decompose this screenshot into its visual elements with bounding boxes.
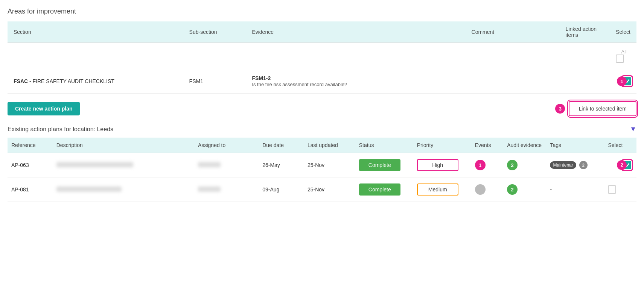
select-cell: 1	[610, 69, 636, 94]
filter-icon[interactable]: ▼	[630, 125, 636, 133]
col-header-comment: Comment	[466, 21, 560, 43]
desc-ap081: blurred description text here	[53, 177, 194, 202]
tag-dash-ap081: -	[550, 186, 552, 193]
link-to-selected-item-button[interactable]: Link to selected item	[569, 101, 636, 116]
status-ap081: Complete	[355, 177, 413, 202]
events-circle-ap081	[475, 184, 486, 195]
create-new-action-plan-button[interactable]: Create new action plan	[8, 102, 80, 115]
col-header-section: Section	[8, 21, 183, 43]
col-header-evidence: Evidence	[246, 21, 465, 43]
tags-ap081: -	[546, 177, 604, 202]
events-ap081	[471, 177, 504, 202]
events-ap063: 1	[471, 153, 504, 177]
plans-table-row-2: AP-081 blurred description text here blu…	[8, 177, 636, 202]
checkbox-ap081[interactable]	[608, 185, 616, 194]
row-badge-1: 1	[617, 76, 627, 86]
audit-circle-ap081: 2	[507, 184, 518, 195]
select-ap081	[604, 177, 636, 202]
areas-section: Areas for improvement Section Sub-sectio…	[8, 8, 636, 202]
col-header-select: Select	[610, 21, 636, 43]
select-all-label: All	[621, 49, 627, 55]
col-header-subsection: Sub-section	[183, 21, 246, 43]
plans-table: Reference Description Assigned to Due da…	[8, 138, 636, 202]
plans-col-status: Status	[355, 138, 413, 153]
areas-title: Areas for improvement	[8, 8, 636, 15]
tags-ap063: Maintenar 2	[546, 153, 604, 177]
areas-table-row: FSAC - FIRE SAFETY AUDIT CHECKLIST FSM1 …	[8, 69, 636, 94]
desc-ap063: blurred description text here long	[53, 153, 194, 177]
tag-pill-ap063: Maintenar	[550, 161, 576, 169]
areas-table: Section Sub-section Evidence Comment Lin…	[8, 21, 636, 94]
updated-ap063: 25-Nov	[304, 153, 355, 177]
priority-badge-ap063: High	[417, 159, 458, 171]
link-selected-wrap: 3 Link to selected item	[555, 101, 636, 116]
status-badge-ap081: Complete	[359, 183, 400, 196]
comment-cell	[466, 69, 560, 94]
due-ap081: 09-Aug	[259, 177, 304, 202]
section-rest: - FIRE SAFETY AUDIT CHECKLIST	[28, 78, 114, 84]
plans-col-audit: Audit evidence	[503, 138, 546, 153]
row-badge-ap063: 2	[617, 160, 627, 170]
evidence-title: FSM1-2	[252, 75, 459, 81]
select-all-checkbox[interactable]	[616, 55, 624, 63]
evidence-cell: FSM1-2 Is the fire risk assessment recor…	[246, 69, 465, 94]
priority-ap063: High	[413, 153, 471, 177]
assign-ap063: blurred	[194, 153, 259, 177]
plans-col-due: Due date	[259, 138, 304, 153]
tag-count-ap063: 2	[579, 161, 588, 169]
col-header-linked: Linked action items	[560, 21, 610, 43]
updated-ap081: 25-Nov	[304, 177, 355, 202]
existing-section-header: Existing action plans for location: Leed…	[8, 125, 636, 133]
plans-col-reference: Reference	[8, 138, 53, 153]
evidence-desc: Is the fire risk assessment record avail…	[252, 82, 347, 87]
select-all-row: All	[8, 43, 636, 69]
plans-col-description: Description	[53, 138, 194, 153]
status-badge-ap063: Complete	[359, 159, 400, 171]
linked-cell	[560, 69, 610, 94]
assign-ap081: blurred	[194, 177, 259, 202]
audit-ap063: 2	[503, 153, 546, 177]
section-cell: FSAC - FIRE SAFETY AUDIT CHECKLIST	[8, 69, 183, 94]
select-ap063: 2	[604, 153, 636, 177]
plans-col-tags: Tags	[546, 138, 604, 153]
plans-col-select: Select	[604, 138, 636, 153]
plans-col-assigned: Assigned to	[194, 138, 259, 153]
priority-ap081: Medium	[413, 177, 471, 202]
priority-badge-ap081: Medium	[417, 183, 458, 196]
section-bold: FSAC	[14, 78, 28, 84]
link-badge: 3	[555, 104, 565, 114]
existing-title-text: Existing action plans for location: Leed…	[8, 126, 113, 133]
due-ap063: 26-May	[259, 153, 304, 177]
ref-ap063: AP-063	[8, 153, 53, 177]
audit-ap081: 2	[503, 177, 546, 202]
action-row: Create new action plan 3 Link to selecte…	[8, 101, 636, 116]
audit-circle-ap063: 2	[507, 160, 518, 170]
events-circle-ap063: 1	[475, 160, 486, 170]
plans-col-updated: Last updated	[304, 138, 355, 153]
status-ap063: Complete	[355, 153, 413, 177]
plans-col-events: Events	[471, 138, 504, 153]
subsection-cell: FSM1	[183, 69, 246, 94]
plans-col-priority: Priority	[413, 138, 471, 153]
ref-ap081: AP-081	[8, 177, 53, 202]
plans-table-row-1: AP-063 blurred description text here lon…	[8, 153, 636, 177]
